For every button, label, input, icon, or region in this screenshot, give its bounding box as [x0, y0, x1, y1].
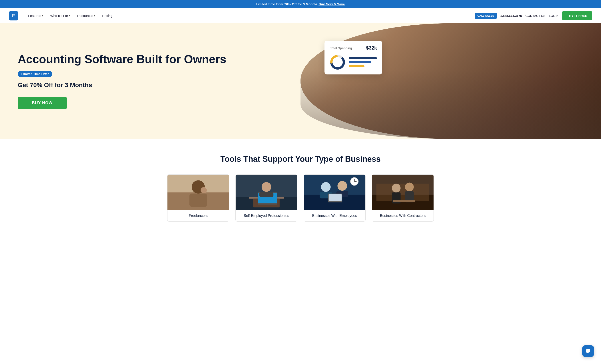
- spending-label: Total Spending: [330, 46, 352, 50]
- tool-card-self-employed[interactable]: Self-Employed Professionals: [235, 174, 297, 222]
- tools-section-title: Tools That Support Your Type of Business: [18, 154, 583, 164]
- promo-banner: Limited Time Offer 70% Off for 3 Months …: [0, 0, 601, 8]
- spending-amount: $32k: [366, 45, 377, 51]
- tool-card-freelancers[interactable]: Freelancers: [167, 174, 229, 222]
- donut-chart-icon: [330, 54, 345, 70]
- chevron-down-icon: ▾: [42, 14, 43, 17]
- chart-bars: [349, 57, 377, 67]
- tool-image-businesses-employees: [304, 175, 365, 210]
- nav-item-pricing[interactable]: Pricing: [100, 12, 115, 19]
- chart-bar-3: [349, 65, 364, 67]
- svg-point-20: [337, 181, 347, 191]
- tool-image-freelancers: [168, 175, 229, 210]
- hero-image-area: Total Spending $32k: [300, 23, 601, 139]
- svg-rect-6: [190, 193, 207, 207]
- logo[interactable]: F: [9, 11, 18, 20]
- nav-item-resources[interactable]: Resources ▾: [75, 12, 98, 19]
- phone-number: 1.888.674.3175: [501, 14, 522, 18]
- svg-rect-34: [393, 200, 415, 202]
- hero-content: Accounting Software Built for Owners Lim…: [0, 23, 300, 139]
- tool-card-businesses-contractors[interactable]: Businesses With Contractors: [372, 174, 434, 222]
- nav-item-who-its-for[interactable]: Who It's For ▾: [48, 12, 73, 19]
- tool-image-businesses-contractors: [372, 175, 433, 210]
- nav-item-features[interactable]: Features ▾: [25, 12, 46, 19]
- contact-us-link[interactable]: CONTACT US: [525, 14, 545, 18]
- hero-overlay: [300, 70, 601, 139]
- navbar-right: CALL SALES 1.888.674.3175 CONTACT US LOG…: [475, 11, 592, 20]
- svg-point-30: [392, 183, 401, 192]
- spending-card-header: Total Spending $32k: [330, 45, 377, 51]
- svg-rect-29: [376, 183, 429, 201]
- tool-card-businesses-employees[interactable]: Businesses With Employees: [304, 174, 366, 222]
- login-link[interactable]: LOGIN: [549, 14, 559, 18]
- chart-bar-1: [349, 57, 377, 59]
- hero-section: Accounting Software Built for Owners Lim…: [0, 23, 601, 139]
- tool-label-self-employed: Self-Employed Professionals: [236, 210, 297, 221]
- spending-chart: [330, 54, 377, 70]
- svg-point-32: [405, 182, 414, 191]
- tools-grid: Freelancers Self-Employed: [167, 174, 434, 222]
- tool-label-businesses-contractors: Businesses With Contractors: [372, 210, 433, 221]
- hero-subtitle: Get 70% Off for 3 Months: [18, 81, 287, 89]
- nav-links: Features ▾ Who It's For ▾ Resources ▾ Pr…: [25, 12, 475, 19]
- chevron-down-icon: ▾: [94, 14, 95, 17]
- banner-link[interactable]: Buy Now & Save: [319, 2, 345, 6]
- svg-rect-15: [260, 192, 273, 197]
- limited-offer-badge: Limited Time Offer: [18, 71, 52, 77]
- tools-section: Tools That Support Your Type of Business…: [0, 139, 601, 237]
- try-free-button[interactable]: TRY IT FREE: [562, 11, 592, 20]
- svg-point-14: [262, 182, 271, 192]
- chevron-down-icon: ▾: [69, 14, 70, 17]
- tool-label-freelancers: Freelancers: [168, 210, 229, 221]
- buy-now-button[interactable]: BUY NOW: [18, 97, 67, 109]
- chart-bar-2: [349, 61, 371, 63]
- tool-label-businesses-employees: Businesses With Employees: [304, 210, 365, 221]
- svg-rect-23: [329, 194, 341, 201]
- banner-text: Limited Time Offer 70% Off for 3 Months …: [256, 2, 345, 6]
- call-sales-button[interactable]: CALL SALES: [475, 13, 497, 19]
- hero-title: Accounting Software Built for Owners: [18, 53, 287, 66]
- spending-card: Total Spending $32k: [324, 41, 382, 74]
- tool-image-self-employed: [236, 175, 297, 210]
- svg-point-18: [321, 182, 331, 192]
- svg-point-7: [200, 187, 207, 193]
- navbar: F Features ▾ Who It's For ▾ Resources ▾ …: [0, 8, 601, 23]
